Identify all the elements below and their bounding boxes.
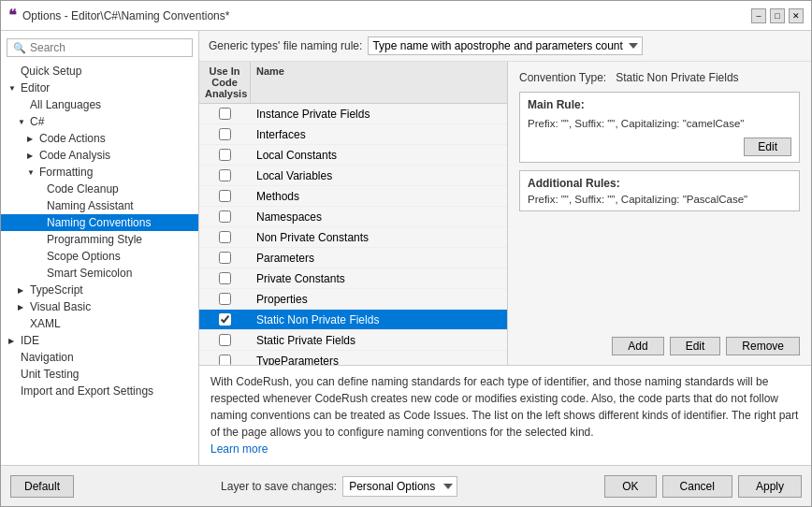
row-checkbox-10[interactable]	[219, 313, 231, 326]
csharp-arrow-icon: ▼	[18, 118, 27, 126]
row-name-7: Parameters	[251, 252, 507, 265]
sidebar-item-navigation[interactable]: Navigation	[1, 349, 198, 366]
info-text: With CodeRush, you can define naming sta…	[210, 375, 798, 439]
search-box[interactable]: 🔍	[7, 38, 193, 57]
table-row[interactable]: Local Constants	[199, 145, 507, 166]
main-rule-box: Main Rule: Prefix: "", Suffix: "", Capit…	[519, 92, 800, 163]
row-name-9: Properties	[251, 293, 507, 306]
middle-section: Use In Code Analysis Name Instance Priva…	[199, 62, 811, 365]
table-row[interactable]: Parameters	[199, 248, 507, 268]
table-row[interactable]: Private Constants	[199, 268, 507, 289]
content-area: 🔍 Quick Setup▼Editor All Languages▼C#▶Co…	[1, 31, 811, 465]
row-checkbox-11[interactable]	[219, 334, 231, 346]
layer-label: Layer to save changes:	[221, 480, 337, 493]
remove-button[interactable]: Remove	[726, 337, 800, 355]
col-header-name: Name	[251, 62, 507, 103]
sidebar-item-label-naming-assistant: Naming Assistant	[47, 199, 134, 212]
sidebar-item-quick-setup[interactable]: Quick Setup	[1, 63, 198, 80]
footer-center: Layer to save changes: Personal OptionsS…	[221, 476, 457, 497]
cancel-button[interactable]: Cancel	[662, 475, 732, 498]
row-checkbox-1[interactable]	[219, 128, 231, 140]
vs-icon: ❝	[8, 7, 17, 24]
sidebar-item-naming-assistant[interactable]: Naming Assistant	[1, 197, 198, 214]
sidebar-item-label-scope-options: Scope Options	[47, 250, 121, 263]
sidebar-item-programming-style[interactable]: Programming Style	[1, 231, 198, 248]
row-checkbox-2[interactable]	[219, 149, 231, 161]
convention-type-label: Convention Type:	[519, 71, 606, 84]
convention-type-row: Convention Type: Static Non Private Fiel…	[519, 71, 800, 84]
search-input[interactable]	[30, 41, 186, 54]
sidebar-item-ide[interactable]: ▶IDE	[1, 332, 198, 349]
sidebar-item-visual-basic[interactable]: ▶Visual Basic	[1, 298, 198, 315]
sidebar-item-formatting[interactable]: ▼Formatting	[1, 164, 198, 181]
row-name-10: Static Non Private Fields	[251, 313, 507, 326]
sidebar-item-code-cleanup[interactable]: Code Cleanup	[1, 181, 198, 197]
sidebar-item-label-visual-basic: Visual Basic	[30, 300, 91, 313]
row-checkbox-4[interactable]	[219, 190, 231, 202]
row-name-12: TypeParameters	[251, 355, 507, 366]
sidebar-item-code-actions[interactable]: ▶Code Actions	[1, 130, 198, 147]
main-rule-text: Prefix: "", Suffix: "", Capitalizing: "c…	[528, 115, 791, 132]
maximize-button[interactable]: □	[770, 8, 785, 23]
add-button[interactable]: Add	[612, 337, 663, 355]
sidebar-item-typescript[interactable]: ▶TypeScript	[1, 282, 198, 298]
ok-button[interactable]: OK	[604, 475, 656, 498]
sidebar-item-label-formatting: Formatting	[39, 166, 93, 179]
table-row[interactable]: Instance Private Fields	[199, 104, 507, 124]
table-row[interactable]: Namespaces	[199, 207, 507, 227]
sidebar-item-smart-semicolon[interactable]: Smart Semicolon	[1, 265, 198, 282]
default-button[interactable]: Default	[10, 475, 74, 498]
table-row[interactable]: Non Private Constants	[199, 227, 507, 248]
close-button[interactable]: ✕	[789, 8, 804, 23]
sidebar-item-code-analysis[interactable]: ▶Code Analysis	[1, 147, 198, 164]
layer-select[interactable]: Personal OptionsSolution OptionsProject …	[342, 476, 457, 497]
sidebar-item-xaml[interactable]: XAML	[1, 315, 198, 332]
typescript-arrow-icon: ▶	[18, 286, 27, 295]
apply-button[interactable]: Apply	[738, 475, 802, 498]
table-row[interactable]: Properties	[199, 289, 507, 310]
table-row[interactable]: Methods	[199, 186, 507, 207]
main-rule-edit-button[interactable]: Edit	[744, 138, 791, 156]
col-header-check: Use In Code Analysis	[199, 62, 251, 103]
action-buttons: Add Edit Remove	[519, 337, 800, 355]
sidebar-item-csharp[interactable]: ▼C#	[1, 113, 198, 130]
row-checkbox-3[interactable]	[219, 169, 231, 181]
table-row[interactable]: Static Non Private Fields	[199, 310, 507, 330]
sidebar-item-unit-testing[interactable]: Unit Testing	[1, 366, 198, 383]
sidebar-item-scope-options[interactable]: Scope Options	[1, 248, 198, 265]
row-checkbox-7[interactable]	[219, 252, 231, 264]
sidebar-item-editor[interactable]: ▼Editor	[1, 80, 198, 96]
code-analysis-arrow-icon: ▶	[27, 152, 36, 160]
sidebar-item-label-code-actions: Code Actions	[39, 132, 106, 145]
convention-type-value: Static Non Private Fields	[616, 71, 738, 84]
additional-rules-label: Additional Rules:	[528, 177, 791, 190]
sidebar-item-label-csharp: C#	[30, 115, 44, 128]
row-name-6: Non Private Constants	[251, 231, 507, 244]
sidebar-item-label-navigation: Navigation	[21, 351, 74, 364]
table-row[interactable]: TypeParameters	[199, 351, 507, 365]
table-row[interactable]: Local Variables	[199, 166, 507, 186]
sidebar-item-label-smart-semicolon: Smart Semicolon	[47, 267, 132, 280]
sidebar-item-all-languages[interactable]: All Languages	[1, 96, 198, 113]
main-rule-label: Main Rule:	[528, 98, 791, 111]
window-title: Options - Editor\C#\Naming Conventions*	[22, 9, 229, 22]
edit-button[interactable]: Edit	[670, 337, 721, 355]
generic-types-select[interactable]: Type name with apostrophe and parameters…	[368, 36, 643, 55]
row-checkbox-6[interactable]	[219, 231, 231, 243]
sidebar-item-label-import-export: Import and Export Settings	[21, 384, 153, 398]
sidebar-item-import-export[interactable]: Import and Export Settings	[1, 383, 198, 399]
row-checkbox-8[interactable]	[219, 272, 231, 284]
sidebar-item-naming-conventions[interactable]: Naming Conventions	[1, 214, 198, 231]
row-name-5: Namespaces	[251, 210, 507, 224]
learn-more-link[interactable]: Learn more	[210, 442, 268, 456]
row-name-0: Instance Private Fields	[251, 108, 507, 121]
row-checkbox-9[interactable]	[219, 293, 231, 305]
row-checkbox-12[interactable]	[219, 355, 231, 365]
row-checkbox-0[interactable]	[219, 108, 231, 120]
minimize-button[interactable]: –	[751, 8, 766, 23]
row-checkbox-5[interactable]	[219, 210, 231, 223]
sidebar-item-label-code-cleanup: Code Cleanup	[47, 182, 119, 196]
table-row[interactable]: Interfaces	[199, 124, 507, 145]
table-row[interactable]: Static Private Fields	[199, 330, 507, 351]
ide-arrow-icon: ▶	[8, 337, 18, 345]
